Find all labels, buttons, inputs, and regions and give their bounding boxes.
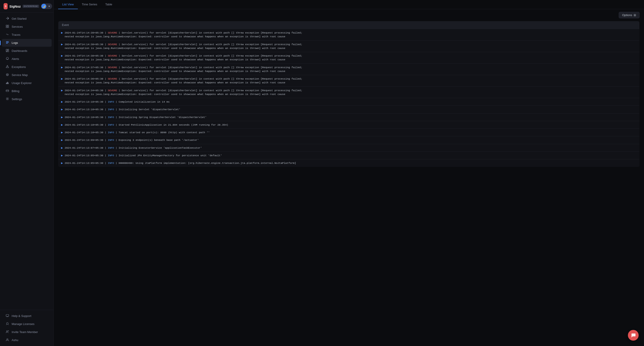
logo-icon: S: [4, 3, 8, 9]
log-entry-text: 2024-01-24T14:14:36+05:30 | SEVERE | Ser…: [64, 77, 302, 85]
sidebar-item-manage-licenses[interactable]: Manage Licenses: [2, 320, 52, 328]
svg-rect-21: [6, 90, 9, 92]
svg-rect-9: [6, 49, 7, 51]
svg-rect-4: [6, 26, 7, 28]
table-row[interactable]: ▶2024-01-24T14:14:34+05:30 | SEVERE | Se…: [58, 86, 640, 98]
table-row[interactable]: ▶2024-01-24T14:14:38+05:30 | SEVERE | Se…: [58, 40, 640, 52]
log-entry-text: 2024-01-24T14:13:05+05:30 | INFO | Initi…: [64, 154, 222, 157]
row-expander[interactable]: ▶: [61, 154, 63, 157]
sidebar-item-logs[interactable]: Logs: [2, 39, 52, 47]
sidebar-item-exceptions[interactable]: Exceptions: [2, 63, 52, 71]
sidebar-bottom: Help & Support Manage Licenses: [0, 310, 54, 346]
row-expander[interactable]: ▶: [61, 116, 63, 119]
svg-rect-19: [8, 82, 8, 84]
table-row[interactable]: ▶2024-01-24T14:13:10+05:30 | INFO | Comp…: [58, 98, 640, 106]
sidebar-item-label: Alerts: [12, 57, 19, 60]
svg-rect-3: [8, 25, 9, 26]
row-expander[interactable]: ▶: [61, 146, 63, 149]
table-row[interactable]: ▶2024-01-24T14:13:10+05:30 | INFO | Init…: [58, 106, 640, 113]
manage-licenses-icon: [5, 322, 10, 326]
row-expander[interactable]: ▶: [61, 123, 63, 126]
row-expander[interactable]: ▶: [61, 108, 63, 111]
row-expander[interactable]: ▶: [61, 43, 63, 46]
row-expander[interactable]: ▶: [61, 66, 63, 69]
tab-list-view[interactable]: List View: [58, 0, 78, 9]
content-area: Options Event ▶2024-01-24T14:14:39+05:30…: [54, 9, 644, 346]
row-expander[interactable]: ▶: [61, 100, 63, 103]
log-entry-text: 2024-01-24T14:13:10+05:30 | INFO | Start…: [64, 123, 228, 127]
svg-point-16: [7, 74, 8, 75]
options-label: Options: [622, 13, 632, 17]
sidebar-item-label: Billing: [12, 89, 20, 93]
sidebar-item-settings[interactable]: Settings: [2, 95, 52, 103]
row-expander[interactable]: ▶: [61, 131, 63, 134]
table-row[interactable]: ▶2024-01-24T14:14:36+05:30 | SEVERE | Se…: [58, 75, 640, 87]
row-expander[interactable]: ▶: [61, 31, 63, 34]
log-entry-text: 2024-01-24T14:14:38+05:30 | SEVERE | Ser…: [64, 42, 302, 50]
billing-icon: [5, 89, 10, 93]
table-row[interactable]: ▶2024-01-24T14:13:10+05:30 | INFO | Init…: [58, 113, 640, 121]
svg-point-26: [6, 331, 8, 332]
row-expander[interactable]: ▶: [61, 162, 63, 165]
table-row[interactable]: ▶2024-01-24T14:13:07+05:30 | INFO | Init…: [58, 144, 640, 152]
user-icon: [5, 338, 10, 342]
event-column-header: Event: [58, 21, 640, 29]
svg-rect-12: [6, 51, 7, 52]
logo-area: S SigNoz ENTERPRISE 🌙 ☀: [0, 0, 54, 13]
service-map-icon: [5, 73, 10, 77]
options-button[interactable]: Options: [619, 12, 640, 18]
table-row[interactable]: ▶2024-01-24T14:13:09+05:30 | INFO | Expo…: [58, 136, 640, 144]
log-table-container[interactable]: Event ▶2024-01-24T14:14:39+05:30 | SEVER…: [54, 21, 644, 346]
settings-icon: [5, 97, 10, 101]
tab-time-series[interactable]: Time Series: [78, 0, 101, 9]
options-gear-icon: [634, 14, 636, 16]
sidebar-item-services[interactable]: Services: [2, 23, 52, 31]
log-entry-text: 2024-01-24T14:13:09+05:30 | INFO | Expos…: [64, 138, 199, 142]
sidebar: S SigNoz ENTERPRISE 🌙 ☀ Get Started: [0, 0, 54, 346]
table-row[interactable]: ▶2024-01-24T14:14:38+05:30 | SEVERE | Se…: [58, 52, 640, 64]
svg-rect-7: [6, 42, 9, 43]
sidebar-item-alerts[interactable]: Alerts: [2, 55, 52, 63]
svg-rect-11: [8, 50, 9, 52]
row-expander[interactable]: ▶: [61, 89, 63, 92]
traces-icon: [5, 33, 10, 37]
sidebar-item-help-support[interactable]: Help & Support: [2, 312, 52, 320]
chat-fab-button[interactable]: [628, 330, 639, 341]
sidebar-item-billing[interactable]: Billing: [2, 87, 52, 95]
light-mode-btn[interactable]: ☀: [47, 4, 52, 9]
table-row[interactable]: ▶2024-01-24T14:13:05+05:30 | INFO | Init…: [58, 152, 640, 159]
sidebar-item-label: Service Map: [12, 73, 28, 77]
row-expander[interactable]: ▶: [61, 54, 63, 57]
tabs-bar: List View Time Series Table: [54, 0, 644, 9]
sidebar-item-get-started[interactable]: Get Started: [2, 15, 52, 22]
sidebar-item-dashboards[interactable]: Dashboards: [2, 47, 52, 55]
dark-mode-btn[interactable]: 🌙: [41, 4, 46, 9]
log-entry-text: 2024-01-24T14:13:10+05:30 | INFO | Initi…: [64, 107, 180, 111]
invite-team-icon: [5, 330, 10, 334]
sidebar-item-label: Help & Support: [12, 314, 31, 318]
svg-point-23: [7, 98, 8, 99]
enterprise-badge: ENTERPRISE: [22, 5, 39, 8]
row-expander[interactable]: ▶: [61, 139, 63, 141]
table-row[interactable]: ▶2024-01-24T14:14:39+05:30 | SEVERE | Se…: [58, 29, 640, 41]
table-row[interactable]: ▶2024-01-24T14:13:10+05:30 | INFO | Tomc…: [58, 129, 640, 136]
log-entry-text: 2024-01-24T14:14:34+05:30 | SEVERE | Ser…: [64, 88, 302, 96]
logs-icon: [5, 41, 10, 45]
row-expander[interactable]: ▶: [61, 77, 63, 80]
theme-toggle[interactable]: 🌙 ☀: [41, 3, 52, 9]
alerts-icon: [5, 57, 10, 61]
sidebar-item-user-ashu[interactable]: Ashu: [2, 336, 52, 344]
sidebar-item-label: Settings: [12, 97, 22, 101]
tab-table[interactable]: Table: [101, 0, 116, 9]
sidebar-item-service-map[interactable]: Service Map: [2, 71, 52, 79]
dashboards-icon: [5, 49, 10, 53]
log-entry-text: 2024-01-24T14:13:10+05:30 | INFO | Tomca…: [64, 131, 210, 134]
table-row[interactable]: ▶2024-01-24T14:13:10+05:30 | INFO | Star…: [58, 121, 640, 128]
svg-rect-18: [7, 82, 7, 84]
sidebar-item-traces[interactable]: Traces: [2, 31, 52, 39]
sidebar-item-usage-explorer[interactable]: Usage Explorer: [2, 79, 52, 87]
services-icon: [5, 25, 10, 29]
table-row[interactable]: ▶2024-01-24T14:13:05+05:30 | INFO | HHH0…: [58, 159, 640, 167]
table-row[interactable]: ▶2024-01-24T14:14:37+05:30 | SEVERE | Se…: [58, 63, 640, 75]
sidebar-item-invite-team[interactable]: Invite Team Member: [2, 328, 52, 336]
